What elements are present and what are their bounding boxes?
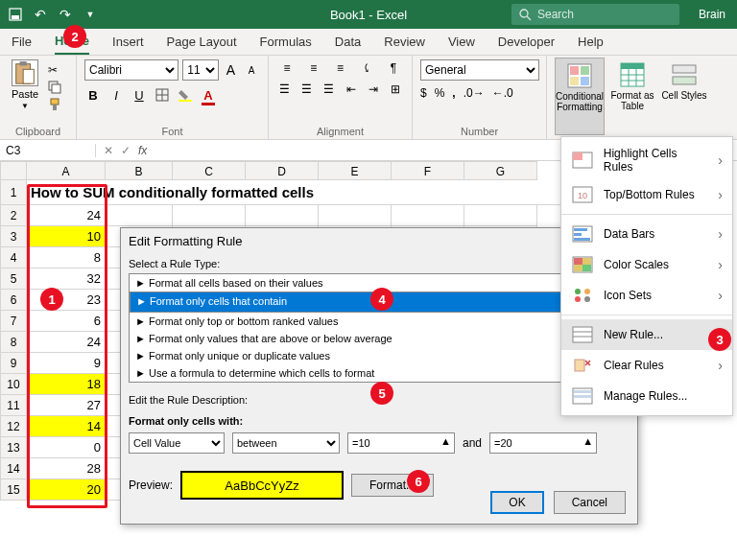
- row-header[interactable]: 8: [0, 332, 27, 353]
- row-header[interactable]: 6: [0, 290, 27, 311]
- italic-button[interactable]: I: [107, 86, 125, 104]
- row-header[interactable]: 11: [0, 395, 27, 416]
- row-header[interactable]: 7: [0, 311, 27, 332]
- cell[interactable]: [392, 205, 464, 226]
- row-header[interactable]: 15: [0, 479, 27, 501]
- align-right-icon[interactable]: ☰: [321, 81, 337, 98]
- row-header[interactable]: 10: [0, 374, 27, 395]
- wrap-text-icon[interactable]: ¶: [383, 59, 404, 77]
- row-header[interactable]: 1: [0, 180, 27, 205]
- paste-button[interactable]: Paste ▼: [8, 59, 42, 111]
- name-box[interactable]: C3: [0, 144, 96, 157]
- tab-data[interactable]: Data: [335, 35, 361, 49]
- range-picker-icon[interactable]: ▲: [440, 435, 451, 447]
- decrease-decimal-icon[interactable]: ←.0: [492, 86, 513, 100]
- column-header[interactable]: B: [106, 161, 173, 180]
- tab-developer[interactable]: Developer: [498, 35, 555, 49]
- cell[interactable]: [173, 205, 246, 226]
- cell[interactable]: [319, 205, 392, 226]
- align-top-icon[interactable]: ≡: [276, 59, 297, 77]
- cell[interactable]: 6: [27, 311, 106, 332]
- rule-type-item[interactable]: ► Format only values that are above or b…: [130, 330, 629, 347]
- align-middle-icon[interactable]: ≡: [303, 59, 324, 77]
- condition-target-select[interactable]: Cell Value: [129, 432, 225, 454]
- rule-type-item[interactable]: ► Format only top or bottom ranked value…: [130, 313, 629, 330]
- cell[interactable]: 24: [27, 332, 106, 353]
- cell[interactable]: 28: [27, 458, 106, 479]
- cell[interactable]: 24: [27, 205, 106, 226]
- cancel-button[interactable]: Cancel: [554, 491, 626, 514]
- rule-type-item[interactable]: ► Use a formula to determine which cells…: [130, 364, 629, 382]
- rule-type-item[interactable]: ► Format only unique or duplicate values: [130, 347, 629, 364]
- align-left-icon[interactable]: ☰: [276, 81, 293, 98]
- tab-insert[interactable]: Insert: [112, 35, 144, 49]
- value2-input[interactable]: [489, 432, 597, 454]
- cell[interactable]: 20: [27, 479, 106, 501]
- row-header[interactable]: 3: [0, 226, 27, 247]
- range-picker-icon[interactable]: ▲: [582, 435, 593, 447]
- merge-icon[interactable]: ⊞: [388, 81, 404, 98]
- menu-data-bars[interactable]: Data Bars›: [561, 219, 732, 249]
- cell[interactable]: [464, 205, 537, 226]
- enter-formula-icon[interactable]: ✓: [121, 144, 131, 157]
- search-box[interactable]: Search: [511, 4, 679, 25]
- format-painter-icon[interactable]: [48, 98, 65, 111]
- row-header[interactable]: 2: [0, 205, 27, 226]
- value1-input[interactable]: [347, 432, 455, 454]
- column-header[interactable]: D: [246, 161, 319, 180]
- tab-page-layout[interactable]: Page Layout: [167, 35, 237, 49]
- increase-decimal-icon[interactable]: .0→: [464, 86, 485, 100]
- percent-icon[interactable]: %: [435, 86, 445, 100]
- cell[interactable]: [246, 205, 319, 226]
- cell[interactable]: 9: [27, 353, 106, 374]
- cell[interactable]: 8: [27, 247, 106, 268]
- menu-icon-sets[interactable]: Icon Sets›: [561, 280, 732, 311]
- row-header[interactable]: 14: [0, 458, 27, 479]
- condition-operator-select[interactable]: between: [232, 432, 340, 454]
- row-header[interactable]: 9: [0, 353, 27, 374]
- font-name-select[interactable]: Calibri: [84, 59, 178, 81]
- increase-font-icon[interactable]: A: [223, 61, 240, 79]
- row-header[interactable]: 12: [0, 416, 27, 437]
- tab-view[interactable]: View: [448, 35, 475, 49]
- increase-indent-icon[interactable]: ⇥: [366, 81, 382, 98]
- cell[interactable]: 10: [27, 226, 106, 247]
- cell[interactable]: 27: [27, 395, 106, 416]
- align-bottom-icon[interactable]: ≡: [330, 59, 351, 77]
- column-header[interactable]: G: [464, 161, 537, 180]
- cancel-formula-icon[interactable]: ✕: [104, 144, 113, 157]
- decrease-font-icon[interactable]: A: [243, 61, 260, 79]
- fx-icon[interactable]: fx: [138, 144, 147, 157]
- font-size-select[interactable]: 11: [182, 59, 218, 81]
- user-name[interactable]: Brain: [699, 8, 725, 21]
- menu-color-scales[interactable]: Color Scales›: [561, 249, 732, 280]
- column-header[interactable]: C: [173, 161, 246, 180]
- conditional-formatting-button[interactable]: Conditional Formatting: [555, 58, 605, 135]
- copy-icon[interactable]: [48, 81, 65, 94]
- currency-icon[interactable]: $: [420, 86, 427, 100]
- tab-formulas[interactable]: Formulas: [260, 35, 312, 49]
- row-header[interactable]: 4: [0, 247, 27, 268]
- orientation-icon[interactable]: ⤹: [356, 59, 377, 77]
- align-center-icon[interactable]: ☰: [298, 81, 315, 98]
- menu-new-rule[interactable]: New Rule...: [561, 319, 732, 350]
- row-header[interactable]: 13: [0, 437, 27, 458]
- column-header[interactable]: F: [392, 161, 464, 180]
- cell[interactable]: 0: [27, 437, 106, 458]
- cell[interactable]: How to SUM conditionally formatted cells: [27, 180, 564, 205]
- fill-color-icon[interactable]: [177, 86, 194, 104]
- menu-manage-rules[interactable]: Manage Rules...: [561, 381, 732, 411]
- font-color-icon[interactable]: A: [200, 86, 217, 104]
- cut-icon[interactable]: ✂: [48, 63, 65, 77]
- comma-icon[interactable]: ,: [452, 86, 455, 100]
- decrease-indent-icon[interactable]: ⇤: [344, 81, 360, 98]
- number-format-select[interactable]: General: [420, 59, 539, 81]
- tab-review[interactable]: Review: [384, 35, 425, 49]
- redo-icon[interactable]: ↷: [58, 7, 73, 22]
- tab-file[interactable]: File: [12, 35, 32, 49]
- qa-dropdown-icon[interactable]: ▼: [83, 7, 98, 22]
- menu-top-bottom[interactable]: 10 Top/Bottom Rules›: [561, 179, 732, 210]
- save-icon[interactable]: [8, 7, 23, 22]
- ok-button[interactable]: OK: [490, 491, 543, 514]
- column-header[interactable]: A: [27, 161, 106, 180]
